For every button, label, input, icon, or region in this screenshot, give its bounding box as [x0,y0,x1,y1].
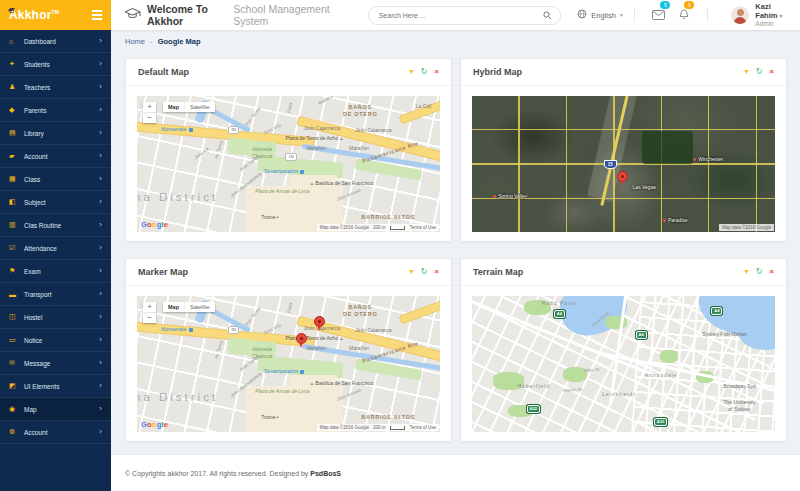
map-label: Plaza de Armas de Lima [255,388,309,394]
satellite-button[interactable]: Satellite [185,102,215,112]
refresh-icon[interactable]: ↻ [421,268,428,276]
zoom-control[interactable]: +− [143,302,156,323]
breadcrumb: Home - Google Map [125,37,201,46]
satellite-button[interactable]: Satellite [185,302,215,312]
google-logo[interactable]: Google [141,420,168,429]
terms-link[interactable]: Terms of Use [409,425,436,430]
map-label: ▲ Basílica de San Francisco [310,180,374,187]
map-label: Broadway Syd [723,383,755,389]
close-icon[interactable]: × [434,68,439,76]
panel-title: Terrain Map [473,267,523,277]
search-input[interactable] [377,11,544,20]
map-park [660,350,678,362]
sidebar-item-message[interactable]: ✉Message› [0,352,111,375]
scale-bar [390,226,405,230]
refresh-icon[interactable]: ↻ [421,68,428,76]
refresh-icon[interactable]: ↻ [756,68,763,76]
map-label: na District [137,390,218,404]
chevron-right-icon: › [99,60,102,68]
route-shield: A4 [711,307,722,315]
sidebar-item-hostel[interactable]: ◫Hostel› [0,306,111,329]
collapse-icon[interactable]: ▾ [745,68,749,76]
station-icon [189,328,193,332]
sidebar-item-attendance[interactable]: ☑Attendance› [0,237,111,260]
route-shield: 1N [285,153,296,161]
map-label: Monserrate [161,126,192,132]
map-label: Marañón [349,345,369,351]
close-icon[interactable]: × [769,268,774,276]
sidebar-item-ui-elements[interactable]: ◩UI Elements› [0,375,111,398]
zoom-out-button[interactable]: − [143,313,156,323]
sidebar-item-library[interactable]: ▤Library› [0,122,111,145]
zoom-in-button[interactable]: + [143,302,156,313]
chevron-down-icon: ▾ [779,13,782,19]
map-attribution: Map data ©2016 Google200 mTerms of Use [317,424,439,431]
refresh-icon[interactable]: ↻ [756,268,763,276]
sidebar-item-clas-routine[interactable]: ▥Clas Routine› [0,214,111,237]
google-map-hybrid[interactable]: 15 Winchester Spring Valley Las Vegas Pa… [472,96,775,232]
designer-brand[interactable]: PsdBosS [310,470,341,477]
logo[interactable]: AkkhorTM [9,8,59,22]
google-map-marker[interactable]: +− MapSatellite Monserrate BAÑOSDE OTERO… [137,296,440,432]
sidebar-item-parents[interactable]: ◆Parents› [0,99,111,122]
collapse-icon[interactable]: ▾ [745,268,749,276]
sidebar-item-transport[interactable]: ▬Transport› [0,283,111,306]
map-label: Plaza de Toros de Acho ▲ [285,135,343,142]
divider [707,8,708,22]
route-shield: A4 [636,331,647,339]
map-button[interactable]: Map [163,302,185,312]
map-label: BARRIOS ALTOS [361,414,415,421]
copyright-text: © Copyrights akkhor 2017. All rights res… [125,470,341,477]
sidebar-item-map[interactable]: ◉Map› [0,398,111,421]
google-map-terrain[interactable]: A4 A4 A4 A22 A33 Rodd Point Sydney Fish … [472,296,775,432]
street-label: Allen St [584,367,600,374]
breadcrumb-home[interactable]: Home [125,37,145,46]
top-bar: Welcome To Akkhor School Management Syst… [111,0,800,30]
user-menu[interactable]: Kazi Fahim ▾ Admin [731,2,800,28]
sidebar-item-account-settings[interactable]: ⚙Account› [0,421,111,444]
messages-badge: 5 [660,1,670,9]
briefcase-icon: ▰ [9,152,24,160]
divider [634,8,635,22]
messages-button[interactable]: 5 [652,6,665,24]
terms-link[interactable]: Terms of Use [409,225,436,230]
map-label: Annandale [645,372,678,378]
routine-icon: ▥ [9,221,24,229]
collapse-icon[interactable]: ▾ [410,68,414,76]
map-label: Marañón [349,145,369,151]
search-icon[interactable] [543,6,552,24]
map-button[interactable]: Map [163,102,185,112]
attendance-icon: ☑ [9,244,24,252]
map-label: Sydney Fish Market [702,331,746,337]
close-icon[interactable]: × [434,268,439,276]
sidebar-item-subject[interactable]: ◧Subject› [0,191,111,214]
sidebar-item-exam[interactable]: ⚑Exam› [0,260,111,283]
map-label: The Universityof Sydney [723,399,755,412]
panel-title: Marker Map [138,267,188,277]
close-icon[interactable]: × [769,68,774,76]
sidebar-item-class[interactable]: ▦Class› [0,168,111,191]
zoom-out-button[interactable]: − [143,113,156,123]
sidebar-item-account[interactable]: ▰Account› [0,145,111,168]
map-label: Paradise [663,217,688,223]
map-label: Leichhardt [602,391,635,397]
sidebar-item-notice[interactable]: ▭Notice› [0,329,111,352]
google-logo[interactable]: Google [141,220,168,229]
station-icon [300,370,304,374]
notifications-button[interactable]: 9 [679,6,689,24]
map-label: Trome • [261,214,278,220]
zoom-control[interactable]: +− [143,102,156,123]
subject-icon: ◧ [9,198,24,206]
sidebar-item-dashboard[interactable]: ⌂Dashboard› [0,30,111,53]
class-icon: ▦ [9,175,24,183]
map-marker-pin[interactable] [296,333,307,344]
sidebar-toggle-icon[interactable] [92,10,102,20]
sidebar-item-teachers[interactable]: ♟Teachers› [0,76,111,99]
collapse-icon[interactable]: ▾ [410,268,414,276]
search-bar [368,6,562,25]
zoom-in-button[interactable]: + [143,102,156,113]
sidebar-item-students[interactable]: ✦Students› [0,53,111,76]
google-map-default[interactable]: +− MapSatellite Monserrate BAÑOSDE OTERO… [137,96,440,232]
chevron-right-icon: › [99,221,102,229]
language-selector[interactable]: English ▾ [577,9,622,21]
